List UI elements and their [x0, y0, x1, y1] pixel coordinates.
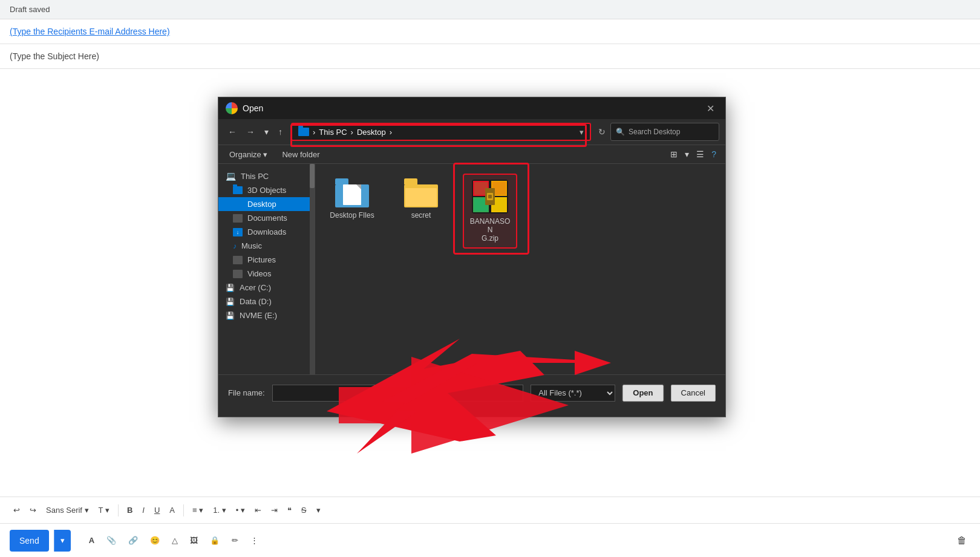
desktop-files-icon	[335, 178, 369, 207]
sidebar-item-pictures[interactable]: Pictures	[218, 253, 310, 267]
file-item-secret[interactable]: secret	[394, 174, 448, 224]
sidebar-item-nvmee[interactable]: 💾 NVME (E:)	[218, 308, 310, 322]
drive-button[interactable]: △	[168, 534, 181, 547]
new-folder-button[interactable]: New folder	[277, 148, 324, 161]
sidebar-item-documents[interactable]: Documents	[218, 211, 310, 225]
sidebar-videos-label: Videos	[247, 269, 272, 278]
recipient-placeholder: (Type the Recipients E-mail Address Here…	[10, 27, 170, 36]
dialog-content: 💻 This PC 3D Objects Desktop Documents	[218, 164, 725, 374]
sidebar-item-music[interactable]: ♪ Music	[218, 239, 310, 253]
quote-button[interactable]: ❝	[284, 504, 295, 516]
font-size-button[interactable]: T ▾	[95, 504, 113, 516]
ordered-list-button[interactable]: 1. ▾	[209, 504, 229, 516]
send-dropdown-button[interactable]: ▾	[54, 530, 71, 552]
sidebar-item-3dobjects[interactable]: 3D Objects	[218, 183, 310, 197]
indent-decrease-button[interactable]: ⇤	[251, 504, 265, 516]
dialog-cancel-button[interactable]: Cancel	[671, 385, 716, 402]
acerc-icon: 💾	[226, 284, 235, 292]
breadcrumb-bar[interactable]: › This PC › Desktop › ▾	[291, 123, 591, 141]
breadcrumb-arrow: ›	[313, 128, 315, 137]
thumbnail-view-button[interactable]: ⊞	[667, 148, 681, 161]
font-family-selector[interactable]: Sans Serif ▾	[42, 504, 93, 516]
signature-button[interactable]: ✏	[228, 534, 242, 547]
secret-label: secret	[411, 211, 431, 220]
emoji-button[interactable]: 😊	[146, 534, 163, 547]
sidebar-nvmee-label: NVME (E:)	[240, 311, 277, 320]
sidebar-3dobjects-label: 3D Objects	[247, 186, 286, 195]
strikethrough-button[interactable]: S	[298, 504, 310, 516]
file-item-bananasong[interactable]: BANANASONG.zip	[463, 174, 517, 249]
cancel-btn-label: Cancel	[681, 388, 705, 397]
back-button[interactable]: ←	[224, 125, 240, 139]
subject-field[interactable]: (Type the Subject Here)	[0, 44, 980, 69]
attach-file-button[interactable]: 📎	[103, 534, 120, 547]
details-view-button[interactable]: ☰	[693, 148, 707, 161]
filename-label: File name:	[228, 388, 265, 397]
redo-button[interactable]: ↪	[26, 504, 40, 516]
sidebar-item-thispc[interactable]: 💻 This PC	[218, 169, 310, 183]
bold-button[interactable]: B	[123, 504, 136, 516]
sidebar-item-desktop[interactable]: Desktop	[218, 197, 310, 211]
underline-button[interactable]: U	[151, 504, 163, 516]
more-options-button[interactable]: ⋮	[247, 534, 262, 547]
view-controls: ⊞ ▾ ☰ ?	[667, 148, 719, 161]
separator	[118, 504, 119, 516]
music-icon: ♪	[233, 242, 237, 250]
undo-button[interactable]: ↩	[10, 504, 24, 516]
dialog-open-button[interactable]: Open	[622, 385, 663, 402]
filetype-select[interactable]: All Files (*.*)	[531, 385, 615, 402]
font-color-button[interactable]: A	[166, 504, 178, 516]
dialog-close-button[interactable]: ✕	[703, 102, 718, 116]
delete-draft-button[interactable]: 🗑	[953, 533, 970, 548]
desktop-folder-icon	[233, 200, 243, 208]
sidebar-documents-label: Documents	[247, 213, 287, 223]
separator	[183, 504, 184, 516]
sidebar-item-acerc[interactable]: 💾 Acer (C:)	[218, 281, 310, 295]
insert-link-button[interactable]: 🔗	[125, 534, 142, 547]
pictures-icon	[233, 256, 243, 264]
forward-button[interactable]: →	[243, 125, 258, 139]
sidebar-item-datad[interactable]: 💾 Data (D:)	[218, 295, 310, 308]
3d-objects-icon	[233, 186, 243, 194]
draft-status-text: Draft saved	[10, 5, 50, 14]
view-dropdown-button[interactable]: ▾	[682, 148, 692, 161]
up-button[interactable]: ↑	[275, 125, 286, 139]
organize-label: Organize	[229, 150, 261, 159]
file-item-desktop-files[interactable]: Desktop FIles	[325, 174, 379, 224]
breadcrumb-desktop: Desktop	[357, 128, 386, 137]
file-area: Desktop FIles secret	[315, 164, 725, 374]
filename-input[interactable]	[272, 385, 524, 402]
indent-increase-button[interactable]: ⇥	[267, 504, 281, 516]
page-fold	[356, 184, 361, 189]
recipient-field[interactable]: (Type the Recipients E-mail Address Here…	[0, 19, 980, 44]
breadcrumb-arrow: ›	[351, 128, 353, 137]
format-text-button[interactable]: A	[85, 534, 98, 547]
align-button[interactable]: ≡ ▾	[189, 504, 207, 516]
dialog-title: Open	[243, 103, 698, 113]
dialog-titlebar: Open ✕	[218, 97, 725, 119]
nav-dropdown-button[interactable]: ▾	[261, 125, 272, 139]
italic-button[interactable]: I	[139, 504, 148, 516]
page-inside	[343, 184, 361, 205]
organize-button[interactable]: Organize ▾	[224, 148, 272, 161]
sidebar-scrollbar[interactable]	[310, 164, 315, 374]
sidebar: 💻 This PC 3D Objects Desktop Documents	[218, 164, 315, 374]
more-formatting-button[interactable]: ▾	[313, 504, 324, 516]
sidebar-item-downloads[interactable]: ↓ Downloads	[218, 225, 310, 239]
refresh-button[interactable]: ↻	[596, 125, 608, 139]
send-button[interactable]: Send	[10, 530, 49, 552]
lock-button[interactable]: 🔒	[206, 534, 223, 547]
bullet-list-button[interactable]: • ▾	[232, 504, 249, 516]
dialog-navbar: ← → ▾ ↑ › This PC › Desktop › ▾ ↻ 🔍 Sear…	[218, 119, 725, 145]
search-box: 🔍 Search Desktop	[610, 123, 719, 141]
subject-placeholder: (Type the Subject Here)	[10, 51, 99, 61]
search-icon: 🔍	[616, 128, 625, 136]
new-folder-label: New folder	[282, 150, 319, 159]
folder-inner	[405, 188, 437, 206]
help-button[interactable]: ?	[708, 148, 719, 161]
downloads-icon: ↓	[233, 228, 243, 236]
sidebar-item-videos[interactable]: Videos	[218, 267, 310, 281]
sidebar-scroll-thumb	[310, 164, 315, 188]
bananasong-label: BANANASONG.zip	[469, 217, 511, 243]
photo-button[interactable]: 🖼	[186, 534, 201, 547]
